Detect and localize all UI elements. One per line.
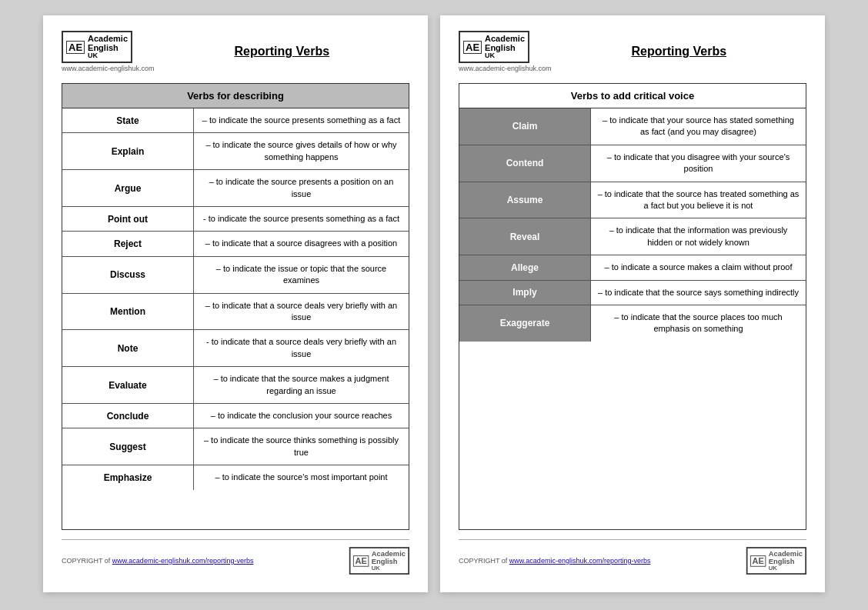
page-2: AE Academic English UK www.academic-engl… [440, 15, 825, 592]
page1-table-header: Verbs for describing [62, 84, 409, 108]
page2-footer-copyright: COPYRIGHT of www.academic-englishuk.com/… [459, 557, 650, 565]
verb-cell-dark: Claim [459, 108, 591, 145]
def-cell: – to indicate the source presents a posi… [194, 170, 409, 206]
verb-cell-dark: Contend [459, 145, 591, 182]
verb-cell: Mention [62, 294, 194, 330]
def-cell: – to indicate the source thinks somethin… [194, 428, 409, 465]
def-cell: – to indicate that a source deals very b… [194, 294, 409, 330]
page2-footer: COPYRIGHT of www.academic-englishuk.com/… [459, 539, 806, 577]
verb-cell-dark: Allege [459, 255, 591, 279]
def-cell: – to indicate that the source has treate… [591, 182, 806, 218]
page1-title: Reporting Verbs [155, 45, 409, 58]
table-row: Point out - to indicate the source prese… [62, 207, 409, 232]
def-cell: – to indicate the source presents someth… [194, 108, 409, 132]
logo-uk-2: UK [485, 52, 525, 60]
page2-table-header: Verbs to add critical voice [459, 84, 806, 108]
verb-cell: Note [62, 330, 194, 366]
table-row: Conclude – to indicate the conclusion yo… [62, 404, 409, 428]
footer-logo-box: AE Academic English UK [349, 547, 409, 575]
page2-title: Reporting Verbs [552, 45, 806, 58]
logo-ae: AE [66, 41, 85, 54]
def-cell: – to indicate that your source has state… [591, 108, 806, 145]
verb-cell-dark: Imply [459, 281, 591, 305]
verb-cell: Emphasize [62, 465, 194, 489]
def-cell: - to indicate the source presents someth… [194, 207, 409, 231]
def-cell: – to indicate the source gives details o… [194, 133, 409, 169]
page1-footer-logo: AE Academic English UK [339, 545, 409, 577]
table-row: Reveal – to indicate that the informatio… [459, 218, 806, 255]
def-cell: – to indicate the conclusion your source… [194, 404, 409, 428]
page2-header: AE Academic English UK www.academic-engl… [459, 31, 806, 72]
page2-footer-logo: AE Academic English UK [736, 545, 806, 577]
table-row: Imply – to indicate that the source says… [459, 281, 806, 305]
def-cell: – to indicate that a source disagrees wi… [194, 232, 409, 255]
table-row: Note - to indicate that a source deals v… [62, 330, 409, 367]
table-row: Reject – to indicate that a source disag… [62, 232, 409, 256]
footer-link[interactable]: www.academic-englishuk.com/reporting-ver… [112, 557, 254, 565]
footer-logo-box-2: AE Academic English UK [746, 547, 806, 575]
table-row: Allege – to indicate a source makes a cl… [459, 255, 806, 280]
def-cell: – to indicate that the source says somet… [591, 281, 806, 305]
verb-cell: State [62, 108, 194, 132]
def-cell: - to indicate that a source deals very b… [194, 330, 409, 366]
logo-text: Academic English UK [88, 34, 128, 60]
table-row: Exaggerate – to indicate that the source… [459, 305, 806, 342]
verb-cell-dark: Assume [459, 182, 591, 218]
page2-logo: AE Academic English UK [459, 31, 529, 63]
table-row: Evaluate – to indicate that the source m… [62, 367, 409, 404]
table-row: Argue – to indicate the source presents … [62, 170, 409, 207]
page1-logo: AE Academic English UK [62, 31, 132, 63]
table-row: Assume – to indicate that the source has… [459, 182, 806, 219]
logo-academic: Academic [88, 34, 128, 43]
page1-header: AE Academic English UK www.academic-engl… [62, 31, 409, 72]
table-row: Explain – to indicate the source gives d… [62, 133, 409, 170]
verb-cell: Explain [62, 133, 194, 169]
verb-cell: Suggest [62, 428, 194, 465]
page-1: AE Academic English UK www.academic-engl… [43, 15, 428, 592]
def-cell: – to indicate that the source makes a ju… [194, 367, 409, 403]
verb-cell: Discuss [62, 257, 194, 293]
verb-cell-dark: Exaggerate [459, 305, 591, 342]
verb-cell: Point out [62, 207, 194, 231]
page1-footer: COPYRIGHT of www.academic-englishuk.com/… [62, 539, 409, 577]
verb-cell: Argue [62, 170, 194, 206]
page2-table: Verbs to add critical voice Claim – to i… [459, 83, 806, 530]
def-cell: – to indicate the source's most importan… [194, 465, 409, 489]
page1-site-url: www.academic-englishuk.com [62, 65, 155, 72]
page1-logo-area: AE Academic English UK www.academic-engl… [62, 31, 155, 72]
table-row: Emphasize – to indicate the source's mos… [62, 465, 409, 489]
page2-logo-area: AE Academic English UK www.academic-engl… [459, 31, 552, 72]
copyright-text: COPYRIGHT of [62, 557, 112, 565]
table-row: Suggest – to indicate the source thinks … [62, 428, 409, 465]
def-cell: – to indicate a source makes a claim wit… [591, 255, 806, 279]
copyright-text-2: COPYRIGHT of [459, 557, 509, 565]
table-row: Claim – to indicate that your source has… [459, 108, 806, 145]
page2-site-url: www.academic-englishuk.com [459, 65, 552, 72]
logo-uk: UK [88, 52, 128, 60]
def-cell: – to indicate that you disagree with you… [591, 145, 806, 182]
footer-link-2[interactable]: www.academic-englishuk.com/reporting-ver… [509, 557, 651, 565]
def-cell: – to indicate the issue or topic that th… [194, 257, 409, 293]
def-cell: – to indicate that the source places too… [591, 305, 806, 342]
table-row: State – to indicate the source presents … [62, 108, 409, 133]
table-row: Mention – to indicate that a source deal… [62, 294, 409, 331]
verb-cell-dark: Reveal [459, 218, 591, 255]
page1-table: Verbs for describing State – to indicate… [62, 83, 409, 530]
table-row: Contend – to indicate that you disagree … [459, 145, 806, 182]
logo-ae-2: AE [463, 41, 482, 54]
verb-cell: Conclude [62, 404, 194, 428]
logo-academic-2: Academic [485, 34, 525, 43]
table-row: Discuss – to indicate the issue or topic… [62, 257, 409, 294]
logo-text-2: Academic English UK [485, 34, 525, 60]
verb-cell: Evaluate [62, 367, 194, 403]
def-cell: – to indicate that the information was p… [591, 218, 806, 255]
verb-cell: Reject [62, 232, 194, 255]
page1-footer-copyright: COPYRIGHT of www.academic-englishuk.com/… [62, 557, 253, 565]
